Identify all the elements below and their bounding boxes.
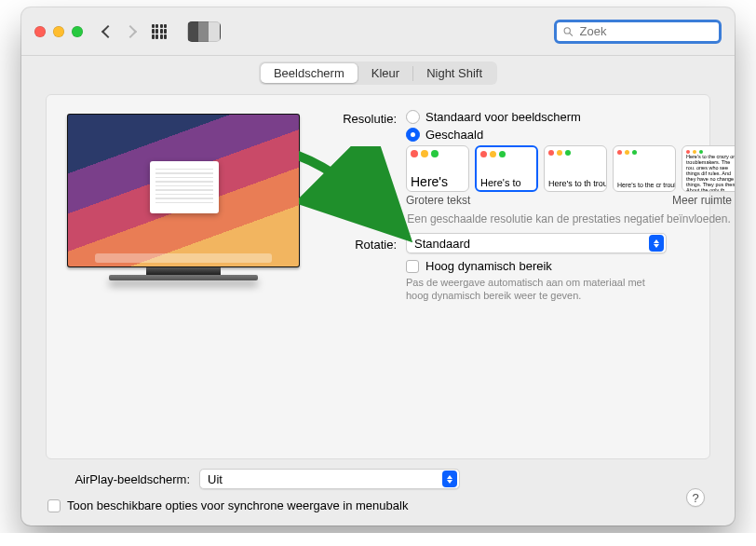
displays-prefpane-window: Beeldscherm Kleur Night Shift [21,7,735,526]
hdr-note: Pas de weergave automatisch aan om mater… [406,276,667,303]
search-field-wrapper[interactable] [554,20,722,44]
display-arrangement-icon[interactable] [187,21,221,42]
show-all-prefs-button[interactable] [152,24,167,39]
scale-warning-text: Een geschaalde resolutie kan de prestati… [406,212,732,225]
rotation-value: Standaard [414,237,470,251]
zoom-icon[interactable] [72,26,83,37]
minimize-icon[interactable] [53,26,64,37]
resolution-label: Resolutie: [322,110,397,126]
content-area: Beeldscherm Kleur Night Shift [21,56,735,526]
pane-tabs: Beeldscherm Kleur Night Shift [259,61,497,85]
scale-option-1[interactable]: Here's to [475,145,538,192]
hdr-checkbox[interactable]: Hoog dynamisch bereik [406,259,667,273]
nav-arrows [103,27,135,36]
tab-beeldscherm[interactable]: Beeldscherm [261,63,358,83]
display-illustration [67,110,300,308]
scale-option-2[interactable]: Here's to th troublemak ones who [544,145,607,192]
mirroring-menubar-label: Toon beschikbare opties voor synchrone w… [67,498,408,512]
select-arrows-icon [649,235,664,252]
help-button[interactable]: ? [686,488,705,507]
resolution-default-radio[interactable]: Standaard voor beeldscherm [406,110,735,124]
mirroring-menubar-checkbox[interactable] [47,499,61,512]
window-traffic-lights [34,26,83,37]
resolution-default-label: Standaard voor beeldscherm [425,110,581,124]
scale-caption-right: Meer ruimte [672,194,732,207]
rotation-select[interactable]: Standaard [406,233,667,253]
search-input[interactable] [578,23,713,39]
scale-option-3[interactable]: Here's to the cr troublemakers. ones who… [613,145,676,192]
resolution-scaled-radio[interactable]: Geschaald [406,128,735,142]
tab-night-shift[interactable]: Night Shift [413,63,495,83]
back-button[interactable] [101,24,115,37]
hdr-label: Hoog dynamisch bereik [425,259,552,273]
scaled-resolution-options: Here's Here's to Here's to th troublemak… [406,145,735,192]
svg-line-1 [570,33,573,35]
select-arrows-icon [442,471,457,487]
forward-button[interactable] [124,24,137,37]
airplay-value: Uit [208,472,223,486]
main-panel: Resolutie: Standaard voor beeldscherm Ge… [46,94,710,459]
tab-kleur[interactable]: Kleur [358,63,412,83]
airplay-label: AirPlay-beeldscherm: [46,472,190,486]
search-icon [562,25,574,38]
svg-point-0 [564,27,570,33]
window-toolbar [21,7,735,56]
scale-option-4[interactable]: Here's to the crazy one troublemakers. T… [682,145,735,192]
resolution-scaled-label: Geschaald [425,128,483,142]
scale-caption-left: Grotere tekst [406,194,470,207]
scale-option-0[interactable]: Here's [406,145,469,192]
close-icon[interactable] [34,26,46,37]
rotation-label: Rotatie: [322,236,397,252]
airplay-select[interactable]: Uit [199,469,460,489]
